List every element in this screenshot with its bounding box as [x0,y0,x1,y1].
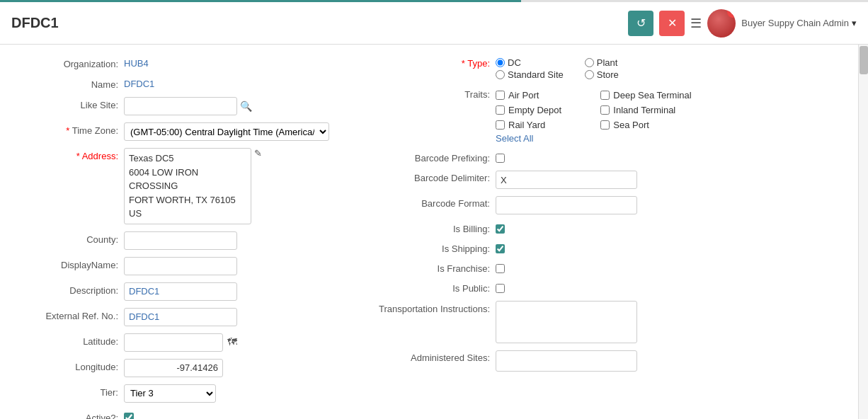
barcode-delimiter-input[interactable] [496,171,637,189]
longitude-input[interactable] [124,359,223,377]
trait-air-port[interactable]: Air Port [496,88,586,102]
barcode-format-label: Barcode Format: [368,196,496,209]
is-franchise-row: Is Franchise: [368,261,854,274]
latitude-label: Latitude: [14,333,124,347]
chevron-down-icon[interactable]: ▾ [852,18,857,28]
address-line1: Texas DC5 [129,151,246,166]
administered-label: Administered Sites: [368,350,496,363]
address-row: * Address: Texas DC5 6004 LOW IRON CROSS… [14,148,354,224]
address-line3: CROSSING [129,179,246,193]
transport-label: Transportation Instructions: [368,301,496,314]
vertical-scrollbar[interactable] [858,45,868,419]
display-name-label: DisplayName: [14,257,124,270]
county-input[interactable] [124,231,237,250]
form-left: Organization: HUB4 Name: DFDC1 Like Site… [14,56,354,419]
select-all-link[interactable]: Select All [496,133,586,144]
type-plant[interactable]: Plant [585,57,653,68]
type-store[interactable]: Store [585,69,653,80]
avatar: ★ [707,9,736,38]
tier-select[interactable]: Tier 1 Tier 2 Tier 3 Tier 4 [124,384,216,403]
form-right: * Type: DC Plant Standard Site Store Tra… [368,56,854,419]
page-title: DFDC1 [11,15,59,31]
type-standard-site[interactable]: Standard Site [496,69,564,80]
user-name: Buyer Suppy Chain Admin [741,18,849,28]
header: DFDC1 ↺ ✕ ☰ ★ Buyer Suppy Chain Admin ▾ [0,2,868,45]
barcode-format-input[interactable] [496,196,637,214]
display-name-input[interactable] [124,257,237,275]
is-franchise-label: Is Franchise: [368,261,496,274]
is-billing-label: Is Billing: [368,222,496,234]
external-ref-input[interactable] [124,308,237,326]
latitude-row: Latitude: 🗺 [14,333,354,352]
is-franchise-checkbox[interactable] [496,264,505,273]
county-label: County: [14,231,124,245]
description-row: Description: [14,282,354,301]
traits-label: Traits: [368,87,496,100]
like-site-row: Like Site: 🔍 [14,97,354,115]
active-row: Active?: [14,410,354,420]
organization-value: HUB4 [124,56,149,69]
address-area: Texas DC5 6004 LOW IRON CROSSING FORT WO… [124,148,251,224]
is-public-checkbox[interactable] [496,284,505,293]
is-public-row: Is Public: [368,281,854,294]
name-value: DFDC1 [124,76,154,89]
search-icon[interactable]: 🔍 [240,101,252,112]
name-row: Name: DFDC1 [14,76,354,90]
tier-row: Tier: Tier 1 Tier 2 Tier 3 Tier 4 [14,384,354,403]
trait-inland-terminal[interactable]: Inland Terminal [600,103,691,117]
longitude-row: Longitude: [14,359,354,377]
menu-button[interactable]: ☰ [690,16,702,31]
address-label: * Address: [14,148,124,161]
description-input[interactable] [124,282,237,301]
organization-row: Organization: HUB4 [14,56,354,69]
active-checkbox[interactable] [124,413,134,420]
trait-rail-yard[interactable]: Rail Yard [496,118,586,132]
longitude-label: Longitude: [14,359,124,372]
description-label: Description: [14,282,124,296]
is-shipping-checkbox[interactable] [496,244,505,253]
name-label: Name: [14,76,124,90]
main-content: Organization: HUB4 Name: DFDC1 Like Site… [0,45,868,419]
is-public-label: Is Public: [368,281,496,294]
barcode-prefix-checkbox[interactable] [496,154,505,163]
transport-textarea[interactable] [496,301,637,343]
notification-badge: ★ [727,9,736,18]
trait-deep-sea[interactable]: Deep Sea Terminal [600,88,691,102]
type-dc[interactable]: DC [496,57,564,68]
tier-label: Tier: [14,384,124,398]
administered-area [496,350,637,372]
like-site-label: Like Site: [14,97,124,110]
edit-icon[interactable]: ✎ [254,148,262,159]
organization-label: Organization: [14,56,124,69]
trait-empty-depot[interactable]: Empty Depot [496,103,586,117]
address-line2: 6004 LOW IRON [129,166,246,180]
trait-sea-port[interactable]: Sea Port [600,118,691,132]
active-label: Active?: [14,410,124,420]
timezone-select[interactable]: (GMT-05:00) Central Daylight Time (Ameri… [124,122,329,141]
refresh-button[interactable]: ↺ [628,11,653,36]
form-area: Organization: HUB4 Name: DFDC1 Like Site… [14,56,854,419]
external-ref-label: External Ref. No.: [14,308,124,321]
latitude-input[interactable] [124,333,223,352]
is-shipping-row: Is Shipping: [368,241,854,254]
display-name-row: DisplayName: [14,257,354,275]
is-billing-row: Is Billing: [368,222,854,234]
barcode-format-row: Barcode Format: [368,196,854,214]
map-icon[interactable]: 🗺 [227,333,237,348]
close-button[interactable]: ✕ [659,11,685,36]
scrollbar-thumb[interactable] [860,46,868,74]
type-options: DC Plant Standard Site Store [496,56,653,80]
like-site-input-area: 🔍 [124,97,252,115]
timezone-row: Time Zone: (GMT-05:00) Central Daylight … [14,122,354,141]
type-label: * Type: [368,56,496,69]
transport-row: Transportation Instructions: [368,301,854,343]
type-row: * Type: DC Plant Standard Site Store [368,56,854,80]
header-right: ↺ ✕ ☰ ★ Buyer Suppy Chain Admin ▾ [628,9,857,38]
timezone-label: Time Zone: [14,122,124,136]
like-site-input[interactable] [124,97,237,115]
county-row: County: [14,231,354,250]
barcode-delimiter-row: Barcode Delimiter: [368,171,854,189]
is-billing-checkbox[interactable] [496,224,505,234]
user-info: Buyer Suppy Chain Admin ▾ [741,18,857,28]
barcode-delimiter-label: Barcode Delimiter: [368,171,496,183]
